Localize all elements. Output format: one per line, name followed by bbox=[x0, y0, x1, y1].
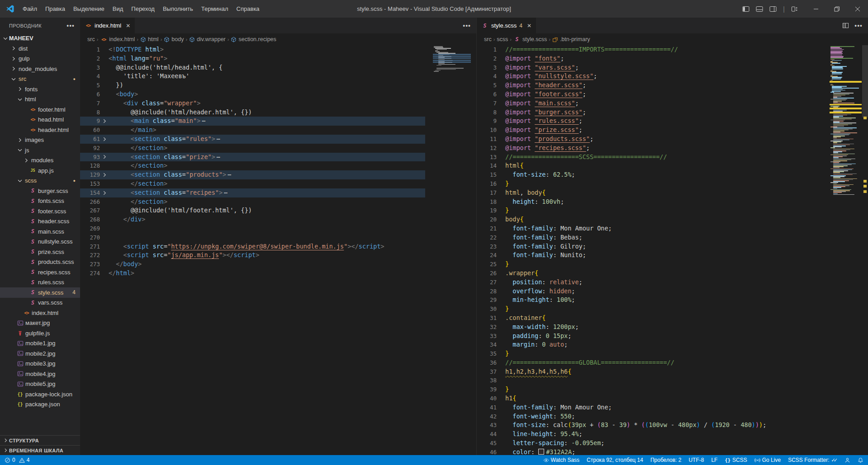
status-0[interactable]: 0 bbox=[5, 457, 15, 463]
code-line-42[interactable]: 42 font-weight: 550; bbox=[477, 412, 829, 421]
menu-item-4[interactable]: Переход bbox=[127, 0, 159, 18]
breadcrumb-item-src[interactable]: src bbox=[87, 36, 95, 42]
tree-item-html[interactable]: html bbox=[0, 94, 80, 105]
code-line-10[interactable]: 10@import "prize.scss"; bbox=[477, 126, 829, 135]
code-line-9[interactable]: 9@import "rules.scss"; bbox=[477, 117, 829, 126]
code-line-2[interactable]: 2<html lang="ru"> bbox=[80, 54, 425, 63]
tree-item-main.scss[interactable]: Smain.scss bbox=[0, 226, 80, 237]
code-line-270[interactable]: 270 bbox=[80, 233, 425, 242]
breadcrumb-item-body[interactable]: body bbox=[164, 36, 184, 42]
tree-item-index.html[interactable]: <>index.html bbox=[0, 308, 80, 318]
code-line-1[interactable]: 1//==================IMPORTS============… bbox=[477, 45, 829, 54]
breadcrumb-item-scss[interactable]: scss bbox=[497, 36, 508, 42]
code-line-13[interactable]: 13//==================SCSS==============… bbox=[477, 153, 829, 162]
code-line-1[interactable]: 1<!DOCTYPE html> bbox=[80, 45, 425, 54]
code-line-32[interactable]: 32 max-width: 1200px; bbox=[477, 323, 829, 332]
tree-item-mobile5.jpg[interactable]: mobile5.jpg bbox=[0, 379, 80, 390]
more-actions-icon[interactable]: ••• bbox=[463, 22, 471, 29]
tree-item-footer.html[interactable]: <>footer.html bbox=[0, 104, 80, 115]
code-line-5[interactable]: 5 }) bbox=[80, 81, 425, 90]
tab-style-scss[interactable]: S style.scss 4 ✕ bbox=[477, 18, 536, 33]
code-line-28[interactable]: 28 overflow: hidden; bbox=[477, 287, 829, 296]
tree-item-fonts[interactable]: fonts bbox=[0, 84, 80, 94]
code-line-6[interactable]: 6 <body> bbox=[80, 90, 425, 99]
menu-item-5[interactable]: Выполнить bbox=[159, 0, 197, 18]
code-line-3[interactable]: 3@import "vars.scss"; bbox=[477, 63, 829, 72]
tree-item-src[interactable]: src● bbox=[0, 74, 80, 85]
code-line-268[interactable]: 268 </div> bbox=[80, 215, 425, 224]
code-line-46[interactable]: 46 color: #312A2A; bbox=[477, 448, 829, 455]
tab-index-html[interactable]: <> index.html ✕ bbox=[80, 18, 135, 33]
code-line-128[interactable]: 128 </section> bbox=[80, 161, 425, 170]
code-line-36[interactable]: 36//==================GLOBAL============… bbox=[477, 358, 829, 367]
code-line-2[interactable]: 2@import "fonts"; bbox=[477, 54, 829, 63]
code-line-14[interactable]: 14html{ bbox=[477, 161, 829, 170]
toggle-secondary-sidebar-icon[interactable] bbox=[769, 6, 777, 12]
tree-item-gulpfile.js[interactable]: gulpfile.js bbox=[0, 328, 80, 338]
code-line-274[interactable]: 274</html> bbox=[80, 269, 425, 278]
tree-item-package.json[interactable]: {}package.json bbox=[0, 399, 80, 410]
minimize-button[interactable] bbox=[806, 0, 826, 18]
code-line-11[interactable]: 11@import "products.scss"; bbox=[477, 135, 829, 144]
split-editor-icon[interactable] bbox=[842, 22, 849, 29]
code-line-61[interactable]: 61 <section class="rules">⋯ bbox=[80, 135, 425, 144]
code-line-17[interactable]: 17html, body{ bbox=[477, 188, 829, 197]
menu-item-0[interactable]: Файл bbox=[19, 0, 41, 18]
code-line-4[interactable]: 4@import "nullstyle.scss"; bbox=[477, 72, 829, 81]
workspace-root[interactable]: MAHEEV bbox=[0, 33, 80, 43]
code-line-19[interactable]: 19} bbox=[477, 206, 829, 215]
editor-index-html[interactable]: 1<!DOCTYPE html>2<html lang="ru">3 @@inc… bbox=[80, 45, 476, 455]
explorer-actions-icon[interactable]: ••• bbox=[66, 22, 75, 29]
fold-chevron-icon[interactable] bbox=[100, 172, 109, 178]
status-scss[interactable]: {}SCSS bbox=[725, 457, 747, 463]
status-lf[interactable]: LF bbox=[711, 457, 717, 463]
code-line-43[interactable]: 43 font-size: calc(39px + (83 - 39) * ((… bbox=[477, 421, 829, 430]
tree-item-макет.jpg[interactable]: макет.jpg bbox=[0, 318, 80, 329]
tree-item-node_modules[interactable]: node_modules bbox=[0, 64, 80, 74]
status-строка-92-столбец-14[interactable]: Строка 92, столбец 14 bbox=[587, 457, 643, 463]
outline-section[interactable]: СТРУКТУРА bbox=[0, 435, 80, 445]
code-line-30[interactable]: 30} bbox=[477, 305, 829, 314]
tree-item-vars.scss[interactable]: Svars.scss bbox=[0, 298, 80, 308]
code-line-272[interactable]: 272 <script src="js/app.min.js"></script… bbox=[80, 251, 425, 260]
code-line-33[interactable]: 33 padding: 0 15px; bbox=[477, 332, 829, 341]
breadcrumb-item-section.recipes[interactable]: section.recipes bbox=[231, 36, 276, 42]
tree-item-header.html[interactable]: <>header.html bbox=[0, 125, 80, 135]
code-line-8[interactable]: 8 @@include('html/header.html', {}) bbox=[80, 108, 425, 117]
code-line-37[interactable]: 37h1,h2,h3,h4,h5,h6{ bbox=[477, 367, 829, 376]
code-line-34[interactable]: 34 margin: 0 auto; bbox=[477, 340, 829, 349]
tree-item-nullstyle.scss[interactable]: Snullstyle.scss bbox=[0, 237, 80, 247]
menu-item-2[interactable]: Выделение bbox=[69, 0, 109, 18]
code-line-60[interactable]: 60 </main> bbox=[80, 126, 425, 135]
fold-chevron-icon[interactable] bbox=[100, 154, 109, 160]
code-line-29[interactable]: 29 min-height: 100%; bbox=[477, 296, 829, 305]
code-line-18[interactable]: 18 height: 100vh; bbox=[477, 197, 829, 207]
toggle-panel-icon[interactable] bbox=[756, 6, 763, 12]
code-line-266[interactable]: 266 </section> bbox=[80, 197, 425, 207]
code-line-41[interactable]: 41 font-family: Mon Amour One; bbox=[477, 403, 829, 412]
code-line-20[interactable]: 20body{ bbox=[477, 215, 829, 224]
tree-item-burger.scss[interactable]: Sburger.scss bbox=[0, 186, 80, 196]
restore-button[interactable] bbox=[826, 0, 847, 18]
tree-item-scss[interactable]: scss● bbox=[0, 176, 80, 186]
tree-item-gulp[interactable]: gulp bbox=[0, 54, 80, 64]
fold-chevron-icon[interactable] bbox=[100, 190, 109, 196]
scrollbar-thumb[interactable] bbox=[862, 45, 868, 117]
code-line-92[interactable]: 92 </section> bbox=[80, 144, 425, 153]
code-line-153[interactable]: 153 </section> bbox=[80, 179, 425, 188]
more-actions-icon[interactable]: ••• bbox=[854, 22, 863, 29]
tree-item-package-lock.json[interactable]: {}package-lock.json bbox=[0, 389, 80, 399]
status-bell[interactable] bbox=[858, 457, 863, 463]
status-пробелов-2[interactable]: Пробелов: 2 bbox=[650, 457, 682, 463]
code-line-44[interactable]: 44 line-height: 95.4%; bbox=[477, 430, 829, 439]
tree-item-app.js[interactable]: JSapp.js bbox=[0, 165, 80, 176]
menu-item-1[interactable]: Правка bbox=[41, 0, 69, 18]
code-line-27[interactable]: 27 position: relative; bbox=[477, 278, 829, 287]
status-go-live[interactable]: Go Live bbox=[754, 457, 781, 463]
code-line-12[interactable]: 12@import "recipes.scss"; bbox=[477, 144, 829, 153]
tree-item-head.html[interactable]: <>head.html bbox=[0, 115, 80, 125]
status-4[interactable]: 4 bbox=[19, 457, 30, 463]
code-line-3[interactable]: 3 @@include('html/head.html', { bbox=[80, 63, 425, 72]
code-line-93[interactable]: 93 <section class="prize">⋯ bbox=[80, 153, 425, 162]
tree-item-images[interactable]: images bbox=[0, 135, 80, 146]
